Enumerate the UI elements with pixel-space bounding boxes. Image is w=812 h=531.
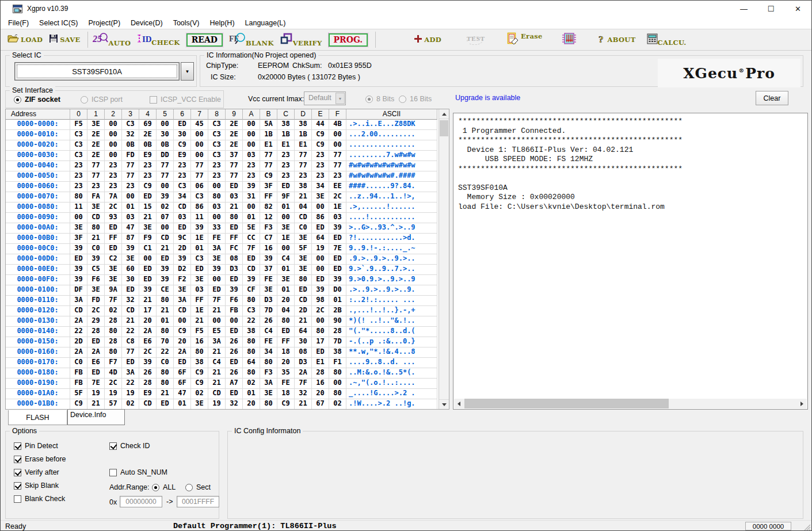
hex-byte-cell-r7-c8[interactable]: 80 <box>208 192 226 203</box>
hex-byte-cell-r6-c10[interactable]: 39 <box>243 182 260 192</box>
hex-byte-cell-r25-c2[interactable]: 2C <box>105 379 122 389</box>
hex-byte-cell-r16-c14[interactable]: 39 <box>312 285 329 296</box>
hex-byte-cell-r2-c13[interactable]: E1 <box>295 140 312 151</box>
hex-byte-cell-r5-c10[interactable]: 23 <box>243 171 260 182</box>
hex-ascii-cell[interactable]: ....9..8..d. ... <box>346 358 437 368</box>
hex-byte-cell-r15-c9[interactable]: ED <box>226 275 243 285</box>
toolbar-auto-button[interactable]: 25AUTO <box>93 32 131 47</box>
hex-byte-cell-r5-c0[interactable]: 23 <box>70 171 87 182</box>
hex-byte-cell-r15-c13[interactable]: 80 <box>295 275 312 285</box>
hex-byte-cell-r3-c6[interactable]: E9 <box>174 151 191 161</box>
hex-ascii-cell[interactable]: .>,......!...... <box>346 203 437 213</box>
zif-socket-radio[interactable]: ZIF socket <box>14 95 60 104</box>
hex-byte-cell-r23-c15[interactable]: F1 <box>329 358 346 368</box>
hex-byte-cell-r14-c15[interactable]: ED <box>329 265 346 275</box>
hex-byte-cell-r18-c13[interactable]: 2D <box>295 306 312 316</box>
hex-byte-cell-r0-c8[interactable]: C3 <box>208 120 226 130</box>
hex-ascii-cell[interactable]: ..z..94...1..!>, <box>346 192 437 203</box>
hex-byte-cell-r16-c11[interactable]: 3E <box>260 285 277 296</box>
hex-byte-cell-r22-c7[interactable]: 80 <box>191 347 208 358</box>
hex-byte-cell-r19-c0[interactable]: 2A <box>70 316 87 327</box>
hex-byte-cell-r24-c14[interactable]: 28 <box>312 368 329 379</box>
hex-byte-cell-r11-c15[interactable]: ED <box>329 234 346 244</box>
hex-byte-cell-r23-c12[interactable]: 20 <box>277 358 295 368</box>
hex-byte-cell-r21-c14[interactable]: 17 <box>312 337 329 347</box>
hex-byte-cell-r17-c8[interactable]: 7F <box>208 296 226 306</box>
hex-byte-cell-r15-c6[interactable]: F2 <box>174 275 191 285</box>
toolbar-prog-button[interactable]: PROG. <box>329 33 368 47</box>
hex-byte-cell-r17-c5[interactable]: 80 <box>157 296 174 306</box>
hex-byte-cell-r20-c11[interactable]: C4 <box>260 327 277 337</box>
hex-byte-cell-r19-c12[interactable]: 80 <box>277 316 295 327</box>
hex-byte-cell-r3-c4[interactable]: E9 <box>139 151 157 161</box>
hex-ascii-cell[interactable]: .>..9.>..9.>..9. <box>346 285 437 296</box>
hex-byte-cell-r14-c7[interactable]: ED <box>191 265 208 275</box>
hex-byte-cell-r11-c3[interactable]: 87 <box>122 234 139 244</box>
hex-byte-cell-r24-c3[interactable]: 3A <box>122 368 139 379</box>
hex-byte-cell-r0-c11[interactable]: 5A <box>260 120 277 130</box>
hex-byte-cell-r3-c8[interactable]: C3 <box>208 151 226 161</box>
hex-byte-cell-r21-c10[interactable]: 80 <box>243 337 260 347</box>
blank-check-checkbox[interactable]: Blank Check <box>14 495 65 503</box>
hex-byte-cell-r3-c1[interactable]: 2E <box>87 151 105 161</box>
hex-byte-cell-r21-c4[interactable]: E6 <box>139 337 157 347</box>
hex-byte-cell-r3-c3[interactable]: FD <box>122 151 139 161</box>
hex-byte-cell-r7-c7[interactable]: C3 <box>191 192 208 203</box>
hex-byte-cell-r1-c3[interactable]: 32 <box>122 130 139 140</box>
hex-byte-cell-r15-c11[interactable]: FE <box>260 275 277 285</box>
hex-byte-cell-r1-c0[interactable]: C3 <box>70 130 87 140</box>
hex-byte-cell-r23-c10[interactable]: 64 <box>243 358 260 368</box>
hex-byte-cell-r12-c2[interactable]: ED <box>105 244 122 254</box>
hex-byte-cell-r20-c10[interactable]: 38 <box>243 327 260 337</box>
hex-byte-cell-r15-c4[interactable]: ED <box>139 275 157 285</box>
hex-ascii-cell[interactable]: 9.>0.9.>..9.>..9 <box>346 275 437 285</box>
addr-range-all-radio[interactable]: ALL <box>152 483 176 491</box>
hex-byte-cell-r12-c7[interactable]: 01 <box>191 244 208 254</box>
hex-byte-cell-r18-c9[interactable]: FB <box>226 306 243 316</box>
hex-byte-cell-r23-c11[interactable]: 80 <box>260 358 277 368</box>
hex-byte-cell-r0-c14[interactable]: 44 <box>312 120 329 130</box>
hex-byte-cell-r6-c0[interactable]: 23 <box>70 182 87 192</box>
hex-byte-cell-r11-c7[interactable]: 1E <box>191 234 208 244</box>
hex-byte-cell-r15-c7[interactable]: 3E <box>191 275 208 285</box>
hex-byte-cell-r18-c15[interactable]: 2B <box>329 306 346 316</box>
hex-byte-cell-r25-c1[interactable]: 7E <box>87 379 105 389</box>
pin-detect-checkbox[interactable]: Pin Detect <box>14 442 58 450</box>
hex-byte-cell-r12-c3[interactable]: 39 <box>122 244 139 254</box>
hex-byte-cell-r23-c6[interactable]: ED <box>174 358 191 368</box>
hex-byte-cell-r6-c8[interactable]: 00 <box>208 182 226 192</box>
hex-byte-cell-r16-c9[interactable]: 39 <box>226 285 243 296</box>
hex-byte-cell-r6-c14[interactable]: 34 <box>312 182 329 192</box>
hex-byte-cell-r19-c2[interactable]: 28 <box>105 316 122 327</box>
hex-byte-cell-r14-c11[interactable]: 37 <box>260 265 277 275</box>
bits-16-radio[interactable]: 16 Bits <box>399 95 432 103</box>
hex-byte-cell-r11-c4[interactable]: F9 <box>139 234 157 244</box>
hex-byte-cell-r20-c3[interactable]: 22 <box>122 327 139 337</box>
hex-ascii-cell[interactable]: .........7.w#w#w <box>346 151 437 161</box>
hex-byte-cell-r22-c11[interactable]: 34 <box>260 347 277 358</box>
hex-byte-cell-r24-c15[interactable]: 80 <box>329 368 346 379</box>
hex-byte-cell-r21-c1[interactable]: ED <box>87 337 105 347</box>
hex-byte-cell-r25-c12[interactable]: FE <box>277 379 295 389</box>
hex-byte-cell-r10-c6[interactable]: ED <box>174 223 191 234</box>
hex-byte-cell-r21-c7[interactable]: 16 <box>191 337 208 347</box>
hex-byte-cell-r21-c5[interactable]: 70 <box>157 337 174 347</box>
hex-byte-cell-r24-c2[interactable]: 4D <box>105 368 122 379</box>
hex-byte-cell-r17-c14[interactable]: 98 <box>312 296 329 306</box>
hex-ascii-cell[interactable]: ?!...........>d. <box>346 234 437 244</box>
hex-byte-cell-r6-c2[interactable]: 23 <box>105 182 122 192</box>
hex-byte-cell-r23-c13[interactable]: D3 <box>295 358 312 368</box>
hex-byte-cell-r16-c13[interactable]: ED <box>295 285 312 296</box>
hex-byte-cell-r10-c4[interactable]: 3E <box>139 223 157 234</box>
hex-byte-cell-r0-c9[interactable]: 2E <box>226 120 243 130</box>
auto-sn-num-checkbox[interactable]: Auto SN_NUM <box>109 468 167 476</box>
addr-range-sect-radio[interactable]: Sect <box>185 483 211 491</box>
hex-byte-cell-r3-c0[interactable]: C3 <box>70 151 87 161</box>
hex-byte-cell-r8-c10[interactable]: 00 <box>243 203 260 213</box>
hex-byte-cell-r23-c3[interactable]: ED <box>122 358 139 368</box>
hex-byte-cell-r0-c2[interactable]: 00 <box>105 120 122 130</box>
hex-byte-cell-r17-c1[interactable]: FD <box>87 296 105 306</box>
hex-byte-cell-r26-c10[interactable]: 01 <box>243 389 260 399</box>
hex-byte-cell-r3-c7[interactable]: 00 <box>191 151 208 161</box>
hex-vertical-scrollbar[interactable] <box>439 109 449 409</box>
